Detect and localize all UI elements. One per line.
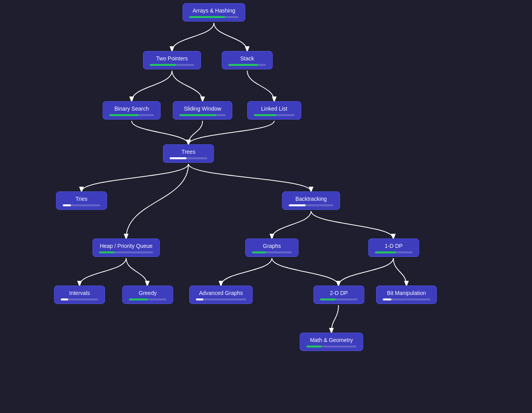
progress-fill-backtracking [289, 204, 306, 206]
node-label-linked-list: Linked List [261, 106, 288, 112]
progress-fill-sliding-window [179, 114, 216, 116]
node-intervals[interactable]: Intervals [54, 286, 105, 304]
progress-fill-graphs [252, 251, 266, 253]
progress-fill-tries [63, 204, 71, 206]
node-label-heap-pq: Heap / Priority Queue [100, 243, 153, 249]
node-trees[interactable]: Trees [163, 144, 214, 163]
progress-bg-heap-pq [99, 251, 153, 253]
node-label-1d-dp: 1-D DP [385, 243, 403, 249]
progress-fill-1d-dp [375, 251, 396, 253]
progress-fill-heap-pq [99, 251, 114, 253]
progress-bg-intervals [61, 298, 98, 300]
node-1d-dp[interactable]: 1-D DP [368, 238, 419, 257]
node-label-graphs: Graphs [263, 243, 281, 249]
progress-fill-greedy [129, 298, 148, 300]
node-graphs[interactable]: Graphs [245, 238, 299, 257]
progress-bg-binary-search [109, 114, 154, 116]
progress-bg-math-geo [306, 346, 356, 348]
node-label-backtracking: Backtracking [295, 196, 327, 202]
node-label-trees: Trees [181, 149, 195, 155]
progress-fill-arrays-hashing [189, 16, 225, 18]
progress-bg-advanced-graphs [196, 298, 246, 300]
node-bit-manip[interactable]: Bit Manipulation [376, 286, 437, 304]
node-label-two-pointers: Two Pointers [156, 55, 188, 62]
node-backtracking[interactable]: Backtracking [282, 191, 340, 210]
progress-bg-sliding-window [179, 114, 226, 116]
progress-bg-greedy [129, 298, 166, 300]
node-heap-pq[interactable]: Heap / Priority Queue [92, 238, 160, 257]
progress-bg-graphs [252, 251, 292, 253]
node-label-intervals: Intervals [69, 290, 90, 296]
progress-bg-bit-manip [383, 298, 430, 300]
progress-fill-linked-list [254, 114, 276, 116]
node-math-geo[interactable]: Math & Geometry [300, 333, 363, 351]
node-stack[interactable]: Stack [222, 51, 273, 69]
roadmap-container: Arrays & HashingTwo PointersStackBinary … [0, 0, 532, 413]
progress-bg-arrays-hashing [189, 16, 239, 18]
progress-fill-math-geo [306, 346, 321, 348]
progress-fill-binary-search [109, 114, 138, 116]
node-label-advanced-graphs: Advanced Graphs [199, 290, 243, 296]
node-greedy[interactable]: Greedy [122, 286, 173, 304]
progress-fill-two-pointers [150, 64, 176, 66]
node-label-greedy: Greedy [139, 290, 157, 296]
progress-fill-stack [228, 64, 258, 66]
progress-fill-intervals [61, 298, 68, 300]
node-label-arrays-hashing: Arrays & Hashing [193, 7, 235, 14]
progress-bg-2d-dp [320, 298, 358, 300]
progress-bg-two-pointers [150, 64, 194, 66]
node-binary-search[interactable]: Binary Search [103, 101, 161, 120]
progress-bg-linked-list [254, 114, 295, 116]
progress-bg-tries [63, 204, 100, 206]
node-linked-list[interactable]: Linked List [247, 101, 301, 120]
node-two-pointers[interactable]: Two Pointers [143, 51, 201, 69]
node-label-stack: Stack [240, 55, 254, 62]
node-2d-dp[interactable]: 2-D DP [313, 286, 364, 304]
node-advanced-graphs[interactable]: Advanced Graphs [189, 286, 253, 304]
progress-bg-1d-dp [375, 251, 413, 253]
node-label-bit-manip: Bit Manipulation [387, 290, 426, 296]
node-label-tries: Tries [76, 196, 88, 202]
node-label-2d-dp: 2-D DP [330, 290, 348, 296]
node-sliding-window[interactable]: Sliding Window [173, 101, 232, 120]
progress-fill-2d-dp [320, 298, 336, 300]
progress-fill-advanced-graphs [196, 298, 203, 300]
node-label-sliding-window: Sliding Window [184, 106, 221, 112]
progress-bg-stack [228, 64, 266, 66]
progress-bg-backtracking [289, 204, 333, 206]
node-label-math-geo: Math & Geometry [310, 337, 353, 343]
progress-bg-trees [170, 157, 207, 159]
node-arrays-hashing[interactable]: Arrays & Hashing [183, 3, 245, 22]
node-tries[interactable]: Tries [56, 191, 107, 210]
progress-fill-bit-manip [383, 298, 391, 300]
node-label-binary-search: Binary Search [114, 106, 149, 112]
progress-fill-trees [170, 157, 186, 159]
